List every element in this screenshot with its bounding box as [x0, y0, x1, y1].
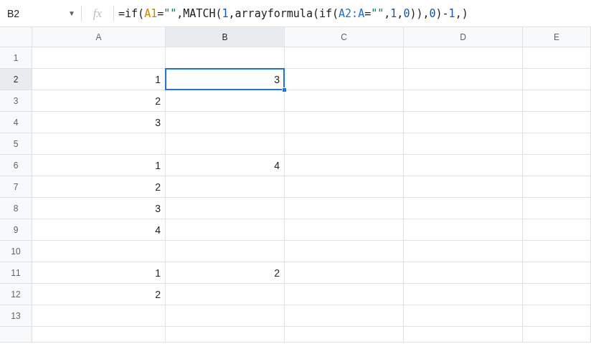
chevron-down-icon[interactable]: ▼ [68, 9, 75, 17]
cell-E7[interactable] [523, 176, 591, 198]
cell-A3[interactable]: 2 [32, 90, 166, 112]
cell-B2[interactable]: 3 [166, 69, 285, 90]
row-header-1[interactable]: 1 [0, 47, 32, 69]
formula-token: , [176, 7, 183, 20]
cell-D11[interactable] [404, 262, 523, 284]
cell-C8[interactable] [285, 198, 404, 219]
cell-A10[interactable] [32, 241, 166, 262]
cell-D8[interactable] [404, 198, 523, 219]
cell-C9[interactable] [285, 219, 404, 241]
row-header-2[interactable]: 2 [0, 69, 32, 90]
cell-B5[interactable] [166, 133, 285, 155]
formula-token: A1 [144, 7, 157, 20]
row-header-14[interactable] [0, 327, 32, 343]
cell-E4[interactable] [523, 112, 591, 133]
cell-B8[interactable] [166, 198, 285, 219]
cell-C5[interactable] [285, 133, 404, 155]
cell-D12[interactable] [404, 284, 523, 305]
col-header-B[interactable]: B [166, 27, 285, 47]
formula-token: 1 [222, 7, 229, 20]
cell-B6[interactable]: 4 [166, 155, 285, 176]
select-all-corner[interactable] [0, 27, 32, 47]
cell-B1[interactable] [166, 47, 285, 69]
cell-E2[interactable] [523, 69, 591, 90]
cell-D9[interactable] [404, 219, 523, 241]
cell-B7[interactable] [166, 176, 285, 198]
cell-D7[interactable] [404, 176, 523, 198]
cell-D4[interactable] [404, 112, 523, 133]
cell-C7[interactable] [285, 176, 404, 198]
row-header-6[interactable]: 6 [0, 155, 32, 176]
cell-C11[interactable] [285, 262, 404, 284]
cell-C2[interactable] [285, 69, 404, 90]
row-header-3[interactable]: 3 [0, 90, 32, 112]
formula-token: ,) [455, 7, 468, 20]
cell-C4[interactable] [285, 112, 404, 133]
cell-A6[interactable]: 1 [32, 155, 166, 176]
cell-E13[interactable] [523, 305, 591, 327]
cell-E8[interactable] [523, 198, 591, 219]
cell-C13[interactable] [285, 305, 404, 327]
spreadsheet-grid[interactable]: A B C D E 1 2 1 3 3 2 4 3 5 6 1 4 7 2 8 … [0, 27, 591, 343]
cell-E5[interactable] [523, 133, 591, 155]
col-header-C[interactable]: C [285, 27, 404, 47]
cell-B11[interactable]: 2 [166, 262, 285, 284]
cell-B12[interactable] [166, 284, 285, 305]
cell-D3[interactable] [404, 90, 523, 112]
formula-token: ) [436, 7, 443, 20]
cell-E11[interactable] [523, 262, 591, 284]
cell-D1[interactable] [404, 47, 523, 69]
row-header-5[interactable]: 5 [0, 133, 32, 155]
cell-B10[interactable] [166, 241, 285, 262]
cell-E10[interactable] [523, 241, 591, 262]
cell-A5[interactable] [32, 133, 166, 155]
cell-D10[interactable] [404, 241, 523, 262]
cell-D6[interactable] [404, 155, 523, 176]
cell-A14[interactable] [32, 327, 166, 343]
cell-B14[interactable] [166, 327, 285, 343]
cell-E12[interactable] [523, 284, 591, 305]
cell-A2[interactable]: 1 [32, 69, 166, 90]
cell-E14[interactable] [523, 327, 591, 343]
cell-A13[interactable] [32, 305, 166, 327]
row-header-10[interactable]: 10 [0, 241, 32, 262]
formula-input[interactable]: =if(A1="",MATCH(1,arrayformula(if(A2:A="… [114, 7, 591, 20]
cell-E9[interactable] [523, 219, 591, 241]
cell-E6[interactable] [523, 155, 591, 176]
cell-A8[interactable]: 3 [32, 198, 166, 219]
cell-B3[interactable] [166, 90, 285, 112]
cell-C14[interactable] [285, 327, 404, 343]
row-header-12[interactable]: 12 [0, 284, 32, 305]
cell-D2[interactable] [404, 69, 523, 90]
cell-A7[interactable]: 2 [32, 176, 166, 198]
col-header-D[interactable]: D [404, 27, 523, 47]
row-header-9[interactable]: 9 [0, 219, 32, 241]
cell-D5[interactable] [404, 133, 523, 155]
cell-D13[interactable] [404, 305, 523, 327]
cell-C6[interactable] [285, 155, 404, 176]
col-header-E[interactable]: E [523, 27, 591, 47]
cell-B4[interactable] [166, 112, 285, 133]
row-header-11[interactable]: 11 [0, 262, 32, 284]
cell-E1[interactable] [523, 47, 591, 69]
name-box[interactable]: B2 ▼ [0, 0, 81, 27]
cell-C3[interactable] [285, 90, 404, 112]
col-header-A[interactable]: A [32, 27, 166, 47]
cell-C12[interactable] [285, 284, 404, 305]
cell-B13[interactable] [166, 305, 285, 327]
cell-A1[interactable] [32, 47, 166, 69]
cell-C10[interactable] [285, 241, 404, 262]
row-header-7[interactable]: 7 [0, 176, 32, 198]
cell-C1[interactable] [285, 47, 404, 69]
row-header-8[interactable]: 8 [0, 198, 32, 219]
cell-A9[interactable]: 4 [32, 219, 166, 241]
row-header-13[interactable]: 13 [0, 305, 32, 327]
row-header-4[interactable]: 4 [0, 112, 32, 133]
selection-handle[interactable] [282, 87, 287, 92]
cell-B9[interactable] [166, 219, 285, 241]
cell-A4[interactable]: 3 [32, 112, 166, 133]
cell-D14[interactable] [404, 327, 523, 343]
cell-E3[interactable] [523, 90, 591, 112]
cell-A11[interactable]: 1 [32, 262, 166, 284]
cell-A12[interactable]: 2 [32, 284, 166, 305]
